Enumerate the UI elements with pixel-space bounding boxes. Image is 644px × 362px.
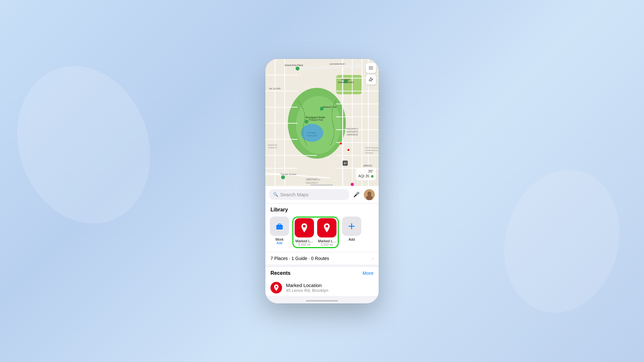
svg-point-77 bbox=[276, 286, 277, 287]
svg-text:RK SLOPE: RK SLOPE bbox=[269, 88, 281, 90]
recent-title: Marked Location bbox=[286, 283, 374, 288]
recent-icon bbox=[270, 282, 282, 293]
svg-text:Prospect Park: Prospect Park bbox=[309, 119, 323, 121]
aqi: AQI 35 bbox=[358, 174, 374, 179]
svg-text:Brooklyn: Brooklyn bbox=[341, 79, 350, 81]
recents-label: Recents bbox=[270, 270, 290, 276]
svg-point-74 bbox=[326, 225, 328, 227]
svg-text:Health Science: Health Science bbox=[365, 149, 378, 151]
library-section: Library Work Add bbox=[265, 204, 379, 265]
svg-rect-71 bbox=[278, 224, 281, 225]
phone-frame: Prospect Park Prospect Park Lake RK SLOP… bbox=[265, 59, 379, 303]
search-bar-container: 🔍 Search Maps 🎤 bbox=[265, 186, 379, 204]
marked1-label: Marked L... bbox=[295, 239, 313, 243]
svg-text:SUNY Downstate: SUNY Downstate bbox=[365, 147, 379, 149]
svg-point-65 bbox=[347, 149, 349, 151]
recent-item[interactable]: Marked Location 45 Lenox Rd, Brooklyn bbox=[270, 279, 374, 296]
temperature: 35° bbox=[358, 169, 374, 174]
search-bar[interactable]: 🔍 Search Maps bbox=[269, 189, 349, 200]
svg-text:Prospect: Prospect bbox=[308, 132, 317, 134]
add-icon-wrap bbox=[342, 217, 361, 236]
marked2-label: Marked L... bbox=[318, 239, 336, 243]
recent-subtitle: 45 Lenox Rd, Brooklyn bbox=[286, 288, 374, 293]
search-icon: 🔍 bbox=[273, 192, 278, 197]
svg-point-53 bbox=[305, 120, 308, 124]
svg-text:LEFFERTS: LEFFERTS bbox=[346, 131, 358, 133]
svg-point-68 bbox=[367, 191, 371, 196]
map-svg: Prospect Park Prospect Park Lake RK SLOP… bbox=[265, 59, 379, 186]
marked1-icon-wrap bbox=[295, 218, 314, 237]
svg-text:PROSPECT: PROSPECT bbox=[346, 128, 359, 130]
svg-text:Grand Army Plaza: Grand Army Plaza bbox=[285, 64, 303, 67]
search-input[interactable]: Search Maps bbox=[280, 192, 345, 197]
map-layers-button[interactable] bbox=[366, 63, 376, 73]
svg-text:27: 27 bbox=[344, 162, 347, 165]
bottom-sheet: 🔍 Search Maps 🎤 Library bbox=[265, 186, 379, 303]
user-avatar[interactable] bbox=[364, 189, 375, 200]
svg-text:Botanic Garden: Botanic Garden bbox=[338, 81, 354, 83]
locations-row: Work Add Marked L... 3,333 bbox=[265, 215, 379, 252]
svg-text:WINDSOR: WINDSOR bbox=[268, 144, 278, 146]
mic-button[interactable]: 🎤 bbox=[352, 190, 361, 200]
library-stats[interactable]: 7 Places · 1 Guide · 0 Routes › bbox=[265, 252, 379, 265]
svg-text:Park Lake: Park Lake bbox=[307, 135, 317, 137]
svg-point-4 bbox=[296, 96, 341, 154]
library-label: Library bbox=[265, 207, 379, 215]
add-label: Add bbox=[348, 237, 355, 241]
svg-rect-66 bbox=[310, 184, 333, 186]
svg-point-54 bbox=[281, 175, 285, 179]
recents-header: Recents More bbox=[270, 270, 374, 276]
svg-text:TERRACE: TERRACE bbox=[268, 147, 277, 149]
svg-text:Parade Ground: Parade Ground bbox=[281, 173, 296, 175]
svg-text:Midwood Trail: Midwood Trail bbox=[323, 106, 337, 108]
svg-text:PROSPECT: PROSPECT bbox=[306, 182, 318, 184]
svg-point-63 bbox=[351, 183, 354, 186]
marked1-dist: 3,333 mi bbox=[298, 243, 310, 246]
location-item-add[interactable]: Add bbox=[341, 217, 362, 241]
work-sublabel: Add bbox=[277, 241, 282, 245]
more-button[interactable]: More bbox=[363, 270, 374, 276]
recent-info: Marked Location 45 Lenox Rd, Brooklyn bbox=[286, 283, 374, 293]
location-item-marked2[interactable]: Marked L... 3,333 mi bbox=[317, 218, 337, 246]
svg-text:BROO: BROO bbox=[364, 164, 372, 167]
svg-point-73 bbox=[303, 225, 306, 227]
work-icon-wrap bbox=[270, 217, 289, 236]
highlight-box: Marked L... 3,333 mi Marked L... 3,333 m bbox=[292, 217, 339, 248]
home-indicator bbox=[306, 300, 338, 302]
svg-text:EASTERN PKWY: EASTERN PKWY bbox=[330, 63, 345, 65]
library-stats-text: 7 Places · 1 Guide · 0 Routes bbox=[270, 256, 329, 261]
recents-section: Recents More Marked Location 45 Lenox Rd… bbox=[265, 267, 379, 296]
marked2-icon-wrap bbox=[317, 218, 336, 237]
location-item-marked1[interactable]: Marked L... 3,333 mi bbox=[294, 218, 315, 246]
marked2-dist: 3,333 mi bbox=[321, 243, 333, 246]
location-button[interactable] bbox=[366, 74, 376, 85]
svg-text:CATON AVE: CATON AVE bbox=[307, 178, 317, 180]
weather-overlay: 35° AQI 35 bbox=[356, 168, 376, 180]
work-label: Work bbox=[275, 237, 283, 241]
svg-text:Universit...: Universit... bbox=[365, 152, 374, 154]
svg-point-64 bbox=[340, 143, 342, 144]
location-item-work[interactable]: Work Add bbox=[269, 217, 290, 245]
svg-text:GARDENS: GARDENS bbox=[347, 134, 358, 136]
map-area: Prospect Park Prospect Park Lake RK SLOP… bbox=[265, 59, 379, 186]
map-controls bbox=[366, 63, 376, 85]
library-stats-chevron: › bbox=[372, 255, 374, 261]
